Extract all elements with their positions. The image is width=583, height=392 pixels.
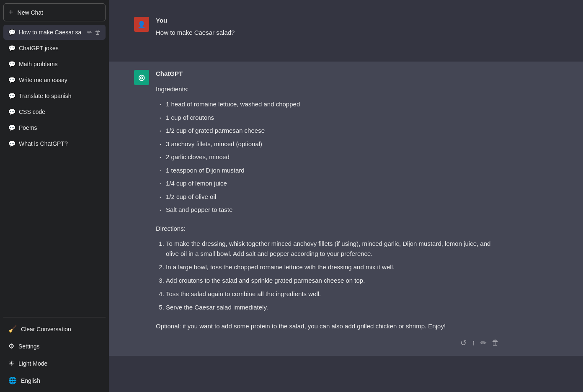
chat-item-label: CSS code	[19, 108, 45, 115]
chat-list: How to make Caesar saChatGPT jokesMath p…	[3, 25, 106, 314]
clear-icon: 🧹	[8, 325, 17, 333]
chat-item-actions	[87, 29, 101, 36]
chat-icon	[8, 61, 15, 67]
direction-item: Serve the Caesar salad immediately.	[166, 301, 499, 314]
new-chat-label: New Chat	[18, 9, 43, 16]
openai-icon: ◎	[138, 73, 145, 82]
user-message-block: 👤 You How to make Caesar salad?	[134, 8, 558, 52]
ingredients-title: Ingredients:	[156, 84, 499, 95]
bottom-item-label: Settings	[18, 343, 40, 350]
message-actions: ↺ ↑ ✏ 🗑	[156, 338, 499, 348]
chat-icon	[8, 77, 15, 83]
chat-item-label: How to make Caesar sa	[19, 29, 81, 36]
edit-action[interactable]: ✏	[480, 338, 487, 348]
sidebar-chat-item-chat-2[interactable]: ChatGPT jokes	[3, 41, 106, 56]
ingredient-item: 1/2 cup of olive oil	[159, 190, 499, 204]
sidebar-chat-item-chat-5[interactable]: Translate to spanish	[3, 88, 106, 103]
ingredient-item: 1 teaspoon of Dijon mustard	[159, 164, 499, 177]
sidebar-bottom: 🧹Clear Conversation⚙Settings☀Light Mode🌐…	[3, 321, 106, 389]
ingredients-list: 1 head of romaine lettuce, washed and ch…	[156, 98, 499, 217]
directions-title: Directions:	[156, 223, 499, 234]
ingredient-item: 2 garlic cloves, minced	[159, 150, 499, 164]
settings-icon: ⚙	[8, 342, 14, 350]
sidebar-bottom-clear[interactable]: 🧹Clear Conversation	[3, 321, 106, 337]
chat-icon	[8, 140, 15, 147]
optional-note: Optional: if you want to add some protei…	[156, 321, 499, 332]
assistant-message-block: ◎ ChatGPT Ingredients: 1 head of romaine…	[109, 62, 583, 356]
sun-icon: ☀	[8, 359, 14, 367]
chat-icon	[8, 124, 15, 131]
main-content: 👤 You How to make Caesar salad? ◎ ChatGP…	[109, 0, 583, 392]
gpt-avatar: ◎	[134, 70, 149, 85]
assistant-message-text: Ingredients: 1 head of romaine lettuce, …	[156, 84, 499, 332]
bottom-item-label: English	[21, 377, 40, 384]
user-icon: 👤	[137, 21, 146, 28]
up-action[interactable]: ↑	[472, 338, 475, 348]
chat-icon	[8, 29, 15, 36]
refresh-action[interactable]: ↺	[460, 338, 467, 348]
sidebar-chat-item-chat-1[interactable]: How to make Caesar sa	[3, 25, 106, 40]
ingredient-item: 3 anchovy fillets, minced (optional)	[159, 137, 499, 151]
chat-item-label: Write me an essay	[19, 77, 67, 83]
user-message-body: How to make Caesar salad?	[156, 27, 499, 38]
chat-item-label: Translate to spanish	[19, 93, 72, 99]
direction-item: Add croutons to the salad and sprinkle g…	[166, 274, 499, 287]
new-chat-button[interactable]: New Chat	[3, 3, 106, 21]
chat-area: 👤 You How to make Caesar salad? ◎ ChatGP…	[109, 0, 583, 392]
sidebar-bottom-lightmode[interactable]: ☀Light Mode	[3, 355, 106, 371]
bottom-item-label: Clear Conversation	[21, 326, 71, 333]
sidebar-bottom-english[interactable]: 🌐English	[3, 372, 106, 389]
sidebar-chat-item-chat-3[interactable]: Math problems	[3, 57, 106, 72]
delete-chat-button[interactable]	[95, 29, 101, 36]
sidebar-divider	[3, 317, 106, 317]
user-message-content: You How to make Caesar salad?	[156, 17, 499, 43]
sidebar: New Chat How to make Caesar saChatGPT jo…	[0, 0, 109, 392]
chat-icon	[8, 93, 15, 99]
bottom-item-label: Light Mode	[18, 360, 47, 367]
ingredient-item: 1/2 cup of grated parmesan cheese	[159, 124, 499, 137]
chat-item-label: Poems	[19, 124, 37, 131]
direction-item: Toss the salad again to combine all the …	[166, 287, 499, 301]
assistant-message-content: ChatGPT Ingredients: 1 head of romaine l…	[156, 70, 499, 348]
sidebar-chat-item-chat-7[interactable]: Poems	[3, 120, 106, 135]
ingredient-item: 1/4 cup of lemon juice	[159, 177, 499, 190]
direction-item: In a large bowl, toss the chopped romain…	[166, 260, 499, 274]
sidebar-chat-item-chat-8[interactable]: What is ChatGPT?	[3, 136, 106, 151]
user-message-text: How to make Caesar salad?	[156, 27, 499, 38]
directions-list: To make the dressing, whisk together min…	[156, 237, 499, 314]
chat-item-label: ChatGPT jokes	[19, 45, 59, 52]
sidebar-chat-item-chat-4[interactable]: Write me an essay	[3, 72, 106, 88]
chat-icon	[8, 108, 15, 115]
plus-icon	[9, 8, 13, 17]
ingredient-item: 1 head of romaine lettuce, washed and ch…	[159, 98, 499, 111]
direction-item: To make the dressing, whisk together min…	[166, 237, 499, 260]
assistant-sender-label: ChatGPT	[156, 70, 499, 77]
ingredient-item: Salt and pepper to taste	[159, 203, 499, 217]
user-avatar: 👤	[134, 17, 149, 32]
edit-chat-button[interactable]	[87, 29, 92, 36]
user-sender-label: You	[156, 17, 499, 24]
chat-icon	[8, 45, 15, 52]
chat-item-label: Math problems	[19, 61, 58, 67]
sidebar-chat-item-chat-6[interactable]: CSS code	[3, 104, 106, 119]
globe-icon: 🌐	[8, 377, 17, 384]
sidebar-bottom-settings[interactable]: ⚙Settings	[3, 338, 106, 354]
chat-item-label: What is ChatGPT?	[19, 140, 68, 147]
ingredient-item: 1 cup of croutons	[159, 111, 499, 124]
delete-action[interactable]: 🗑	[492, 338, 499, 348]
